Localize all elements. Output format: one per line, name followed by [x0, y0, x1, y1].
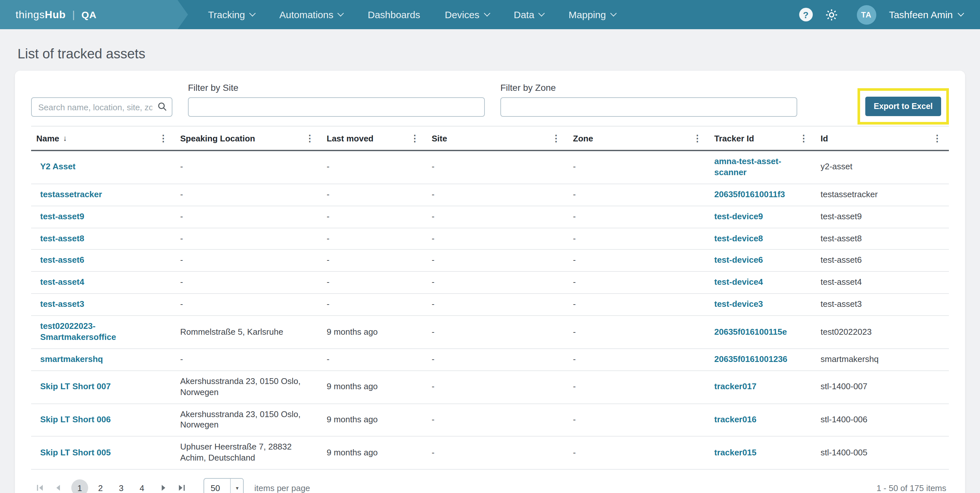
- avatar[interactable]: TA: [856, 5, 876, 24]
- column-menu-icon[interactable]: ⋮: [691, 133, 704, 144]
- asset-name-link[interactable]: test02022023-Smartmakersoffice: [40, 321, 116, 342]
- column-header[interactable]: Tracker Id ⋮: [709, 126, 815, 150]
- tracker-id-link[interactable]: test-device6: [714, 255, 763, 265]
- tracker-id-link[interactable]: tracker015: [714, 448, 756, 457]
- asset-name-link[interactable]: test-asset4: [40, 277, 84, 287]
- user-name: Tashfeen Amin: [889, 9, 953, 20]
- filter-site-input[interactable]: [188, 97, 485, 117]
- asset-name-link[interactable]: Skip LT Short 006: [40, 415, 111, 424]
- search-icon[interactable]: [158, 102, 167, 114]
- last-moved-cell: -: [321, 206, 426, 228]
- gear-icon[interactable]: [826, 9, 837, 21]
- asset-name-link[interactable]: test-asset6: [40, 255, 84, 265]
- nav-item-automations[interactable]: Automations: [267, 0, 355, 29]
- tracker-id-cell: test-device3: [709, 294, 815, 316]
- zone-cell: -: [568, 150, 709, 184]
- column-menu-icon[interactable]: ⋮: [157, 133, 170, 144]
- speaking-location-cell: Rommelstraße 5, Karlsruhe: [175, 316, 321, 349]
- asset-name-link[interactable]: test-asset3: [40, 299, 84, 309]
- speaking-location-cell: -: [175, 228, 321, 250]
- next-page-button[interactable]: [156, 479, 171, 493]
- id-cell: stl-1400-006: [815, 404, 949, 437]
- asset-name-link[interactable]: test-asset9: [40, 211, 84, 221]
- tracker-id-link[interactable]: test-device4: [714, 277, 763, 287]
- table-row: test02022023-Smartmakersoffice Rommelstr…: [31, 316, 949, 349]
- user-menu[interactable]: Tashfeen Amin: [889, 9, 963, 20]
- last-page-button[interactable]: [174, 479, 189, 493]
- name-cell: test-asset9: [31, 206, 175, 228]
- main-nav: Tracking Automations Dashboards Devices …: [196, 0, 628, 29]
- tracker-id-link[interactable]: 20635f0161001236: [714, 354, 788, 364]
- asset-name-link[interactable]: smartmakershq: [40, 354, 103, 364]
- column-header[interactable]: Site ⋮: [426, 126, 568, 150]
- tracker-id-link[interactable]: test-device8: [714, 233, 763, 243]
- page-number-button[interactable]: 3: [113, 479, 130, 493]
- tracker-id-cell: test-device8: [709, 228, 815, 250]
- first-page-button[interactable]: [32, 479, 48, 493]
- filter-zone-input[interactable]: [500, 97, 797, 117]
- column-menu-icon[interactable]: ⋮: [797, 133, 810, 144]
- page-number-button[interactable]: 2: [92, 479, 109, 493]
- column-header[interactable]: Id ⋮: [815, 126, 949, 150]
- tracker-id-link[interactable]: tracker017: [714, 381, 756, 391]
- column-header-label: Id: [821, 133, 828, 143]
- column-header[interactable]: Last moved ⋮: [321, 126, 426, 150]
- asset-name-link[interactable]: Y2 Asset: [40, 162, 75, 172]
- tracker-id-link[interactable]: test-device9: [714, 211, 763, 221]
- page-number-button[interactable]: 1: [71, 479, 88, 493]
- page-number-button[interactable]: 4: [134, 479, 150, 493]
- brand-logo[interactable]: thingsHub: [16, 9, 66, 21]
- tracker-id-cell: amna-test-asset-scanner: [709, 150, 815, 184]
- speaking-location-cell: -: [175, 184, 321, 206]
- name-cell: test-asset6: [31, 250, 175, 272]
- site-cell: -: [426, 371, 568, 404]
- nav-item-mapping[interactable]: Mapping: [557, 0, 628, 29]
- zone-cell: -: [568, 404, 709, 437]
- chevron-down-icon: [249, 10, 256, 16]
- column-header[interactable]: Speaking Location ⋮: [175, 126, 321, 150]
- tracker-id-link[interactable]: amna-test-asset-scanner: [714, 156, 781, 177]
- nav-item-dashboards[interactable]: Dashboards: [355, 0, 433, 29]
- column-menu-icon[interactable]: ⋮: [550, 133, 563, 144]
- asset-name-link[interactable]: Skip LT Short 005: [40, 448, 111, 457]
- chevron-down-icon: [539, 10, 545, 16]
- last-moved-cell: 9 months ago: [321, 316, 426, 349]
- zone-cell: -: [568, 316, 709, 349]
- asset-name-link[interactable]: test-asset8: [40, 233, 84, 243]
- search-input[interactable]: [31, 97, 172, 117]
- help-icon[interactable]: ?: [799, 8, 813, 21]
- nav-item-data[interactable]: Data: [501, 0, 556, 29]
- export-to-excel-button[interactable]: Export to Excel: [865, 97, 941, 116]
- page-size-select[interactable]: 50 ▼: [204, 478, 244, 493]
- name-cell: test02022023-Smartmakersoffice: [31, 316, 175, 349]
- id-cell: stl-1400-007: [815, 371, 949, 404]
- page-size-value: 50: [204, 479, 231, 493]
- tracker-id-link[interactable]: tracker016: [714, 415, 756, 424]
- asset-name-link[interactable]: Skip LT Short 007: [40, 381, 111, 391]
- zone-cell: -: [568, 206, 709, 228]
- asset-name-link[interactable]: testassetracker: [40, 190, 102, 199]
- site-cell: -: [426, 206, 568, 228]
- filter-zone-label: Filter by Zone: [500, 82, 797, 93]
- column-menu-icon[interactable]: ⋮: [931, 133, 944, 144]
- prev-page-button[interactable]: [51, 479, 66, 493]
- nav-item-tracking[interactable]: Tracking: [196, 0, 267, 29]
- id-cell: testassetracker: [815, 184, 949, 206]
- column-menu-icon[interactable]: ⋮: [303, 133, 316, 144]
- id-cell: y2-asset: [815, 150, 949, 184]
- column-header[interactable]: Name ↓ ⋮: [31, 126, 175, 150]
- tracker-id-link[interactable]: 20635f01610011f3: [714, 190, 785, 199]
- speaking-location-cell: Akershusstranda 23, 0150 Oslo, Norwegen: [175, 404, 321, 437]
- table-row: testassetracker - - - - 20635f01610011f3…: [31, 184, 949, 206]
- column-header[interactable]: Zone ⋮: [568, 126, 709, 150]
- column-menu-icon[interactable]: ⋮: [408, 133, 421, 144]
- assets-table: Name ↓ ⋮ Speaking Location ⋮ Last moved …: [31, 126, 949, 470]
- tracker-id-cell: test-device6: [709, 250, 815, 272]
- nav-item-devices[interactable]: Devices: [433, 0, 502, 29]
- name-cell: test-asset8: [31, 228, 175, 250]
- tracker-id-link[interactable]: test-device3: [714, 299, 763, 309]
- brand-area[interactable]: thingsHub | QA: [0, 0, 188, 29]
- id-cell: smartmakershq: [815, 349, 949, 371]
- column-header-label: Last moved: [327, 133, 374, 143]
- tracker-id-link[interactable]: 20635f016100115e: [714, 327, 787, 336]
